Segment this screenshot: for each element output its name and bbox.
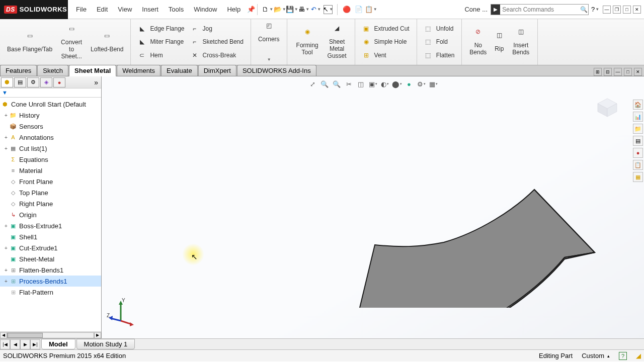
undo-icon[interactable]: ↶▼	[311, 5, 320, 14]
tree-item[interactable]: +⊞Process-Bends1	[0, 276, 101, 287]
tree-item[interactable]: +📁History	[0, 110, 101, 121]
restore-button[interactable]: ❐	[613, 6, 621, 14]
tree-item[interactable]: ▣Sheet-Metal	[0, 253, 101, 264]
menu-help[interactable]: Help	[223, 4, 245, 15]
ft-tab-dimxpert-icon[interactable]: ◈	[40, 77, 52, 87]
tree-toggle-icon[interactable]: +	[3, 135, 9, 140]
tree-item[interactable]: ◇Top Plane	[0, 187, 101, 198]
properties-icon[interactable]: 📋▼	[366, 5, 375, 14]
scroll-left-icon[interactable]: ◀	[0, 332, 7, 338]
hem-button[interactable]: ⊂Hem	[135, 49, 187, 62]
save-icon[interactable]: 💾▼	[287, 5, 296, 14]
ft-expand-icon[interactable]: »	[92, 78, 100, 86]
chevron-up-icon[interactable]: ▴	[607, 353, 610, 358]
zoom-area-icon[interactable]: 🔍	[320, 79, 329, 88]
search-commands[interactable]: ▶ 🔍	[491, 4, 589, 15]
tree-item[interactable]: ▣Shell1	[0, 231, 101, 242]
tree-toggle-icon[interactable]: +	[3, 245, 9, 251]
view-orientation-icon[interactable]: ◫	[356, 79, 365, 88]
tree-item[interactable]: ≡Material	[0, 165, 101, 176]
tab-dimxpert[interactable]: DimXpert	[198, 65, 236, 76]
ft-tab-property-icon[interactable]: ▤	[14, 77, 26, 87]
options-icon[interactable]: 📄	[354, 5, 363, 14]
corners-button[interactable]: ◰ Corners ▼	[255, 21, 283, 63]
tree-item[interactable]: ⊞Flat-Pattern	[0, 287, 101, 298]
tree-toggle-icon[interactable]: +	[3, 279, 9, 284]
tab-evaluate[interactable]: Evaluate	[161, 65, 198, 76]
tree-item[interactable]: +▣Cut-Extrude1	[0, 242, 101, 253]
sketched-bend-button[interactable]: ⌐Sketched Bend	[188, 35, 247, 48]
tab-next-icon[interactable]: ▶	[20, 339, 30, 349]
tab-sketch[interactable]: Sketch	[37, 65, 68, 76]
tree-item[interactable]: ΣEquations	[0, 154, 101, 165]
tab-first-icon[interactable]: |◀	[0, 339, 10, 349]
scroll-thumb[interactable]	[8, 333, 43, 338]
lofted-bend-button[interactable]: ▭ Lofted-Bend	[88, 21, 126, 63]
ft-tab-feature-icon[interactable]: ⬢	[1, 77, 13, 87]
status-unit-system[interactable]: Custom	[582, 352, 604, 359]
display-style-icon[interactable]: ▣	[368, 79, 377, 88]
tree-item[interactable]: +⊞Flatten-Bends1	[0, 264, 101, 276]
pane-tile-icon[interactable]: ⊞	[594, 68, 602, 76]
section-view-icon[interactable]: ✂	[344, 79, 353, 88]
tree-item[interactable]: ◇Right Plane	[0, 198, 101, 209]
search-input[interactable]	[500, 6, 580, 13]
zoom-fit-icon[interactable]: ⤢	[308, 79, 317, 88]
zoom-previous-icon[interactable]: 🔍	[332, 79, 341, 88]
help-icon[interactable]: ?▼	[591, 5, 600, 14]
menu-tools[interactable]: Tools	[165, 4, 188, 15]
doc-restore-button[interactable]: □	[624, 68, 632, 76]
tree-item[interactable]: +▦Cut list(1)	[0, 143, 101, 154]
menu-edit[interactable]: Edit	[93, 4, 112, 15]
tree-item[interactable]: +▣Boss-Extrude1	[0, 220, 101, 231]
tree-toggle-icon[interactable]: +	[3, 113, 9, 118]
fold-button[interactable]: ⬚Fold	[421, 35, 458, 48]
tab-features[interactable]: Features	[0, 65, 37, 76]
tree-item[interactable]: 📦Sensors	[0, 121, 101, 132]
menu-view[interactable]: View	[114, 4, 136, 15]
rebuild-icon[interactable]: 🔴	[342, 5, 351, 14]
tab-motion-study[interactable]: Motion Study 1	[76, 339, 135, 349]
flatten-button[interactable]: ⬚Flatten	[421, 49, 458, 62]
ft-horizontal-scrollbar[interactable]: ◀ ▶	[0, 331, 101, 338]
status-help-icon[interactable]: ?	[619, 352, 627, 360]
ft-filter-icon[interactable]: ▼	[0, 88, 101, 98]
miter-flange-button[interactable]: ◣Miter Flange	[135, 35, 187, 48]
tab-last-icon[interactable]: ▶|	[30, 339, 40, 349]
view-orientation-cube[interactable]	[596, 98, 619, 118]
minimize-button[interactable]: —	[603, 6, 611, 14]
sheet-metal-gusset-button[interactable]: ◢ Sheet Metal Gusset	[324, 21, 351, 63]
menu-file[interactable]: File	[72, 4, 91, 15]
search-run-icon[interactable]: ▶	[491, 5, 500, 15]
tree-toggle-icon[interactable]: +	[3, 267, 9, 273]
tree-toggle-icon[interactable]: +	[3, 223, 9, 229]
tree-item[interactable]: ◇Front Plane	[0, 176, 101, 187]
render-icon[interactable]: ▦	[429, 79, 438, 88]
open-icon[interactable]: 📂▼	[275, 5, 284, 14]
select-icon[interactable]: ↖▼	[324, 5, 333, 14]
print-icon[interactable]: 🖶▼	[299, 5, 308, 14]
hide-show-icon[interactable]: ◐	[380, 79, 389, 88]
menu-window[interactable]: Window	[190, 4, 221, 15]
unfold-button[interactable]: ⬚Unfold	[421, 22, 458, 35]
tab-prev-icon[interactable]: ◀	[10, 339, 20, 349]
search-icon[interactable]: 🔍	[580, 6, 588, 13]
ft-tab-config-icon[interactable]: ⚙	[27, 77, 39, 87]
rip-button[interactable]: ◫ Rip	[490, 21, 508, 63]
vent-button[interactable]: ⊞Vent	[359, 49, 413, 62]
base-flange-button[interactable]: ▭ Base Flange/Tab	[4, 21, 55, 63]
feature-tree-body[interactable]: ⬢ Cone Unroll Start (Default +📁History📦S…	[0, 98, 101, 331]
doc-close-button[interactable]: ✕	[634, 68, 642, 76]
doc-minimize-button[interactable]: —	[614, 68, 622, 76]
cross-break-button[interactable]: ✕Cross-Break	[188, 49, 247, 62]
extruded-cut-button[interactable]: ▣Extruded Cut	[359, 22, 413, 35]
simple-hole-button[interactable]: ◉Simple Hole	[359, 35, 413, 48]
insert-bends-button[interactable]: ◫ Insert Bends	[508, 21, 533, 63]
pane-split-icon[interactable]: ⊟	[604, 68, 612, 76]
menu-insert[interactable]: Insert	[138, 4, 163, 15]
scroll-right-icon[interactable]: ▶	[94, 332, 101, 338]
edge-flange-button[interactable]: ◣Edge Flange	[135, 22, 187, 35]
forming-tool-button[interactable]: ◉ Forming Tool	[291, 21, 324, 63]
tab-weldments[interactable]: Weldments	[117, 65, 160, 76]
apply-scene-icon[interactable]: ●	[405, 79, 414, 88]
